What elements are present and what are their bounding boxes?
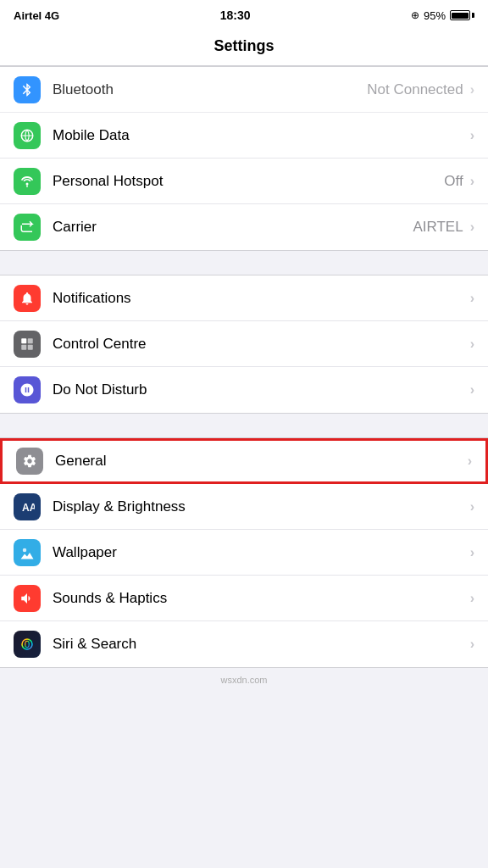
svg-rect-4 [21, 344, 26, 349]
svg-rect-2 [21, 338, 26, 343]
settings-row-general[interactable]: General › [0, 438, 488, 484]
settings-row-mobile-data[interactable]: Mobile Data › [0, 113, 488, 159]
clock: 18:30 [220, 8, 251, 22]
mobile-data-value-group: › [467, 128, 474, 143]
bluetooth-chevron: › [470, 82, 474, 97]
display-label: Display & Brightness [53, 498, 186, 515]
siri-icon [14, 631, 41, 658]
hotspot-icon [14, 168, 41, 195]
sounds-label: Sounds & Haptics [53, 590, 167, 607]
control-centre-icon [14, 331, 41, 358]
notifications-icon [14, 285, 41, 312]
settings-row-control-centre[interactable]: Control Centre › [0, 321, 488, 367]
nav-bar: Settings [0, 31, 488, 66]
notifications-label: Notifications [53, 290, 131, 307]
display-content: Display & Brightness › [53, 498, 474, 515]
siri-chevron: › [470, 637, 474, 652]
carrier-signal: Airtel 4G [14, 9, 59, 22]
page-title: Settings [214, 37, 274, 54]
display-value-group: › [467, 499, 474, 515]
section-connectivity: Bluetooth Not Connected › Mobile Data › [0, 66, 488, 251]
hotspot-value-group: Off › [444, 173, 474, 190]
wallpaper-content: Wallpaper › [53, 544, 474, 561]
battery-percent: 95% [424, 9, 446, 22]
svg-rect-5 [28, 344, 33, 349]
siri-label: Siri & Search [53, 636, 136, 653]
settings-row-do-not-disturb[interactable]: Do Not Disturb › [0, 367, 488, 413]
settings-row-display[interactable]: AA Display & Brightness › [0, 484, 488, 530]
notifications-chevron: › [470, 291, 474, 306]
control-centre-value-group: › [467, 337, 474, 352]
notifications-value-group: › [467, 291, 474, 306]
location-icon: ⊕ [411, 9, 419, 21]
bluetooth-content: Bluetooth Not Connected › [53, 81, 474, 98]
dnd-chevron: › [470, 382, 474, 398]
bluetooth-icon [14, 76, 41, 103]
sounds-value-group: › [467, 591, 474, 606]
carrier-label: Carrier [53, 219, 97, 236]
svg-point-7 [23, 548, 27, 552]
display-chevron: › [470, 499, 474, 515]
hotspot-chevron: › [470, 174, 474, 189]
settings-row-notifications[interactable]: Notifications › [0, 275, 488, 321]
battery-icon [450, 10, 474, 20]
wallpaper-label: Wallpaper [53, 544, 117, 561]
carrier-chevron: › [470, 220, 474, 235]
settings-row-personal-hotspot[interactable]: Personal Hotspot Off › [0, 159, 488, 204]
battery-area: ⊕ 95% [411, 9, 474, 22]
bluetooth-value: Not Connected [367, 81, 463, 98]
svg-text:AA: AA [22, 501, 35, 513]
siri-value-group: › [467, 637, 474, 652]
dnd-content: Do Not Disturb › [53, 381, 474, 398]
general-chevron: › [468, 453, 472, 469]
control-centre-content: Control Centre › [53, 336, 474, 353]
svg-point-1 [26, 182, 29, 185]
carrier-icon [14, 214, 41, 241]
wallpaper-icon [14, 539, 41, 566]
settings-row-wallpaper[interactable]: Wallpaper › [0, 530, 488, 576]
general-content: General › [55, 453, 472, 470]
notifications-content: Notifications › [53, 290, 474, 307]
watermark: wsxdn.com [0, 668, 488, 692]
hotspot-label: Personal Hotspot [53, 173, 163, 190]
bluetooth-label: Bluetooth [53, 81, 114, 98]
settings-row-siri[interactable]: Siri & Search › [0, 621, 488, 667]
control-centre-label: Control Centre [53, 336, 147, 353]
dnd-value-group: › [467, 382, 474, 398]
sounds-icon [14, 585, 41, 612]
mobile-data-chevron: › [470, 128, 474, 143]
settings-row-sounds[interactable]: Sounds & Haptics › [0, 576, 488, 621]
wallpaper-value-group: › [467, 545, 474, 560]
wallpaper-chevron: › [470, 545, 474, 560]
mobile-data-label: Mobile Data [53, 127, 130, 144]
section-notifications: Notifications › Control Centre › [0, 275, 488, 414]
general-value-group: › [464, 453, 472, 469]
sounds-content: Sounds & Haptics › [53, 590, 474, 607]
general-icon [16, 448, 43, 475]
hotspot-value: Off [444, 173, 463, 190]
mobile-data-content: Mobile Data › [53, 127, 474, 144]
general-label: General [55, 453, 106, 470]
status-bar: Airtel 4G 18:30 ⊕ 95% [0, 0, 488, 31]
carrier-value: AIRTEL [413, 219, 463, 236]
mobile-data-icon [14, 122, 41, 149]
sounds-chevron: › [470, 591, 474, 606]
dnd-icon [14, 376, 41, 403]
hotspot-content: Personal Hotspot Off › [53, 173, 474, 190]
section-general: General › AA Display & Brightness › [0, 437, 488, 668]
carrier-content: Carrier AIRTEL › [53, 219, 474, 236]
display-icon: AA [14, 493, 41, 520]
dnd-label: Do Not Disturb [53, 381, 147, 398]
siri-content: Siri & Search › [53, 636, 474, 653]
bluetooth-value-group: Not Connected › [367, 81, 474, 98]
settings-row-carrier[interactable]: Carrier AIRTEL › [0, 204, 488, 250]
svg-rect-3 [28, 338, 33, 343]
carrier-value-group: AIRTEL › [413, 219, 474, 236]
settings-row-bluetooth[interactable]: Bluetooth Not Connected › [0, 67, 488, 113]
control-centre-chevron: › [470, 337, 474, 352]
